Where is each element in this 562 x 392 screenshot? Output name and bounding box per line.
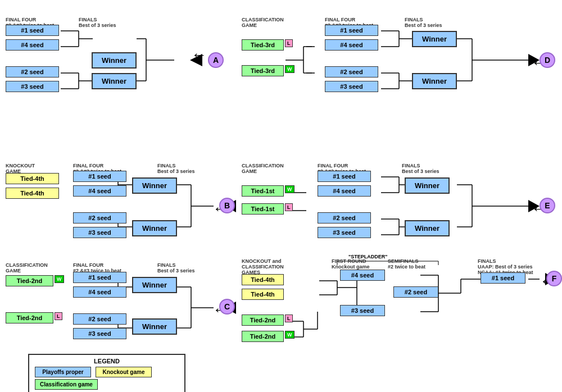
bottom-right-header: KNOCKOUT and CLASSIFICATION GAMES [242,258,284,275]
wl-W-top: W [285,65,294,73]
circle-B: B [219,198,235,213]
legend-green: Classification game [35,379,98,390]
seed-bl-2: #2 seed [73,313,126,325]
tied2nd-2: Tied-2nd [6,312,53,323]
tied4th-2: Tied-4th [6,188,59,199]
classification-mid-header: CLASSIFICATION GAME [242,163,284,174]
seed-tr-4: #4 seed [325,39,378,51]
wl-L-top: L [285,39,293,47]
top-left-label1: FINAL FOUR [6,17,54,22]
tied4th-1: Tied-4th [6,173,59,184]
arrow-A: ← [191,46,207,64]
winner-tl-top: Winner [92,52,137,69]
mid-left-finals-header: FINALS Best of 3 series [157,163,195,174]
winner-tl-bot: Winner [92,73,137,89]
first-round-header: FIRST ROUND Knockout game [332,258,370,270]
seed-ml-4: #4 seed [73,185,126,197]
wl-L-mid: L [285,203,293,211]
tied2nd-br-1: Tied-2nd [242,314,284,326]
seed-mr-3: #3 seed [318,227,371,238]
wl-W-bl: W [55,275,64,283]
seed-tr-3: #3 seed [325,81,378,92]
circle-C: C [219,299,235,314]
wl-W-mid: W [285,185,294,193]
winner-bl-bot: Winner [132,318,177,335]
circle-A: A [208,52,224,68]
bottom-left-finals-header: FINALS Best of 3 series [157,262,195,274]
wl-L-br: L [285,314,293,322]
tied2nd-br-2: Tied-2nd [242,331,284,342]
top-left-finals-label: FINALS [79,17,116,22]
seed-mr-4: #4 seed [318,185,371,197]
winner-mr-top: Winner [405,177,450,194]
semifinals-header: SEMIFINALS #2 twice to beat [388,258,425,270]
tied2nd-1: Tied-2nd [6,275,53,286]
classification-top-header: CLASSIFICATION GAME [242,17,284,28]
seed-br-3: #3 seed [340,305,385,316]
bracket-container: FINAL FOUR #2 &#3 twice to beat FINALS B… [0,0,562,392]
seed-tl-2: #2 seed [6,66,59,78]
stepladder-label: "STEPLADDER" [348,254,388,259]
seed-tl-3: #3 seed [6,81,59,92]
seed-bl-4: #4 seed [73,286,126,298]
seed-ml-1: #1 seed [73,171,126,182]
winner-tr-bot: Winner [412,73,457,89]
winner-tr-top: Winner [412,31,457,47]
legend: LEGEND Playoffs proper Knockout game Cla… [28,354,185,392]
seed-ml-2: #2 seed [73,212,126,224]
seed-ml-3: #3 seed [73,227,126,238]
seed-br-4: #4 seed [340,270,385,281]
seed-tr-1: #1 seed [325,25,378,36]
top-right-finals-header: FINALS Best of 3 series [405,17,442,28]
seed-mr-1: #1 seed [318,171,371,182]
tied1st-1: Tied-1st [242,185,284,197]
seed-tl-4: #4 seed [6,39,59,51]
winner-ml-bot: Winner [132,220,177,236]
circle-D: D [540,52,555,68]
tied4th-br-2: Tied-4th [242,289,284,300]
winner-ml-top: Winner [132,177,177,194]
seed-br-2: #2 seed [393,286,438,298]
circle-F: F [546,271,562,286]
legend-yellow: Knockout game [96,367,152,377]
tied3rd-2: Tied-3rd [242,65,284,76]
top-left-finals-header: FINALS Best of 3 series [79,17,116,28]
winner-bl-top: Winner [132,277,177,293]
seed-mr-2: #2 seed [318,212,371,224]
seed-tl-1: #1 seed [6,25,59,36]
wl-L-bl: L [55,312,62,320]
seed-tr-2: #2 seed [325,66,378,78]
seed-bl-1: #1 seed [73,272,126,283]
legend-title: LEGEND [35,358,179,364]
top-left-best-of-3: Best of 3 series [79,22,116,28]
circle-E: E [540,198,555,213]
tied3rd-1: Tied-3rd [242,39,284,51]
wl-W-br: W [285,331,294,339]
knockout-header: KNOCKOUT GAME [6,163,35,174]
winner-mr-bot: Winner [405,220,450,236]
legend-blue: Playoffs proper [35,367,91,377]
seed-bl-3: #3 seed [73,328,126,339]
tied4th-br-1: Tied-4th [242,274,284,285]
mid-right-finals-header: FINALS Best of 3 series [402,163,439,174]
seed-br-1: #1 seed [481,272,525,284]
bottom-left-class-header: CLASSIFICATION GAME [6,262,48,274]
tied1st-2: Tied-1st [242,203,284,215]
